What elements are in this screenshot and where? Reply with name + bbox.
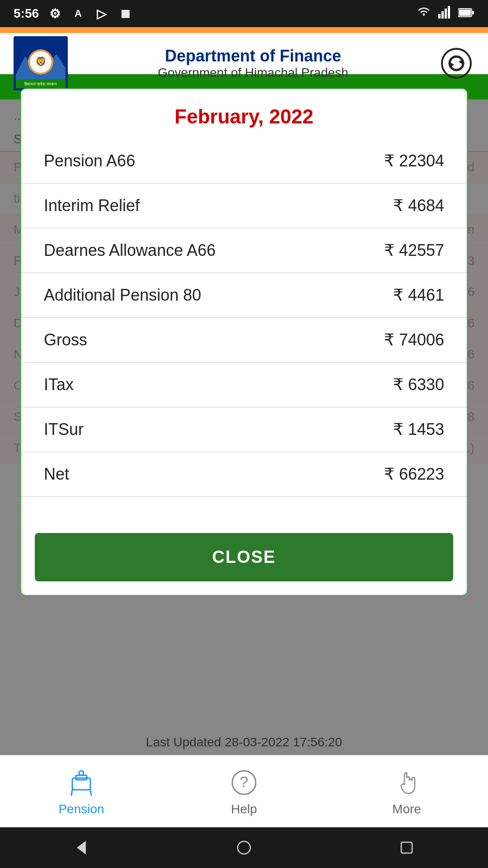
shield-icon: ▷	[94, 6, 109, 21]
pension-a66-label: Pension A66	[44, 151, 135, 170]
da-label: Dearnes Allowance A66	[44, 241, 216, 260]
svg-rect-3	[448, 6, 450, 19]
itsur-label: ITSur	[44, 420, 84, 439]
pension-a66-value: ₹ 22304	[384, 151, 444, 170]
svg-line-18	[71, 790, 72, 795]
pension-nav-icon	[66, 767, 97, 798]
header-title-sub: Government of Himachal Pradesh	[77, 66, 429, 80]
gross-label: Gross	[44, 330, 87, 349]
pension-nav-label: Pension	[58, 802, 104, 816]
help-nav-icon: ?	[228, 767, 260, 798]
wifi-icon	[416, 6, 432, 22]
interim-relief-label: Interim Relief	[44, 196, 140, 215]
status-bar: 5:56 ⚙ A ▷ ▦	[0, 0, 488, 27]
header-title-main: Department of Finance	[77, 47, 429, 66]
modal-row-itax: ITax ₹ 6330	[21, 363, 467, 407]
net-label: Net	[44, 465, 69, 484]
app-logo: 🦁 हिमाचल प्रदेश सरकार	[14, 36, 68, 90]
settings-icon: ⚙	[47, 6, 62, 21]
modal-row-net: Net ₹ 66223	[21, 452, 467, 497]
gross-value: ₹ 74006	[384, 330, 444, 349]
modal-row-interim-relief: Interim Relief ₹ 4684	[21, 184, 467, 228]
recents-button[interactable]	[393, 834, 420, 861]
svg-rect-6	[459, 9, 471, 16]
refresh-button[interactable]	[438, 45, 474, 81]
signal-icon	[438, 6, 452, 22]
android-nav-bar	[0, 827, 488, 868]
modal-row-itsur: ITSur ₹ 1453	[21, 407, 467, 452]
interim-relief-value: ₹ 4684	[393, 196, 444, 215]
modal-title: February, 2022	[21, 89, 467, 139]
modal-row-addl-pension: Additional Pension 80 ₹ 4461	[21, 273, 467, 318]
header-title: Department of Finance Government of Hima…	[68, 47, 438, 80]
svg-rect-0	[438, 14, 441, 19]
more-nav-label: More	[392, 802, 421, 816]
svg-rect-25	[401, 842, 412, 853]
pension-detail-modal: February, 2022 Pension A66 ₹ 22304 Inter…	[20, 88, 468, 596]
svg-point-24	[238, 841, 250, 854]
svg-text:?: ?	[240, 773, 249, 790]
home-button[interactable]	[230, 834, 258, 861]
help-nav-label: Help	[231, 802, 257, 816]
addl-pension-value: ₹ 4461	[393, 286, 444, 305]
svg-marker-23	[77, 841, 86, 854]
nav-item-pension[interactable]: Pension	[8, 767, 155, 816]
svg-rect-1	[441, 11, 444, 19]
addl-pension-label: Additional Pension 80	[44, 286, 201, 305]
bottom-nav: Pension ? Help More	[0, 755, 488, 827]
net-value: ₹ 66223	[384, 465, 444, 484]
itsur-value: ₹ 1453	[393, 420, 444, 439]
nav-item-more[interactable]: More	[333, 767, 480, 816]
clipboard-icon: ▦	[117, 6, 133, 21]
itax-label: ITax	[44, 375, 74, 394]
svg-line-19	[90, 790, 91, 795]
svg-text:हिमाचल प्रदेश सरकार: हिमाचल प्रदेश सरकार	[24, 81, 57, 87]
more-nav-icon	[391, 767, 422, 798]
itax-value: ₹ 6330	[393, 375, 444, 394]
svg-point-20	[79, 771, 84, 775]
modal-row-gross: Gross ₹ 74006	[21, 318, 467, 363]
text-icon: A	[70, 6, 86, 21]
svg-text:🦁: 🦁	[35, 56, 47, 67]
da-value: ₹ 42557	[384, 241, 444, 260]
back-button[interactable]	[68, 834, 95, 861]
status-right	[416, 6, 474, 22]
modal-row-da: Dearnes Allowance A66 ₹ 42557	[21, 228, 467, 273]
status-left: 5:56 ⚙ A ▷ ▦	[14, 6, 133, 21]
nav-item-help[interactable]: ? Help	[171, 767, 317, 816]
modal-spacer	[21, 497, 467, 533]
status-time: 5:56	[14, 6, 39, 21]
modal-row-pension-a66: Pension A66 ₹ 22304	[21, 139, 467, 184]
modal-close-button[interactable]: CLOSE	[35, 533, 453, 581]
svg-rect-2	[445, 9, 447, 19]
svg-rect-5	[472, 11, 474, 14]
battery-icon	[458, 6, 474, 21]
svg-point-13	[442, 49, 471, 78]
